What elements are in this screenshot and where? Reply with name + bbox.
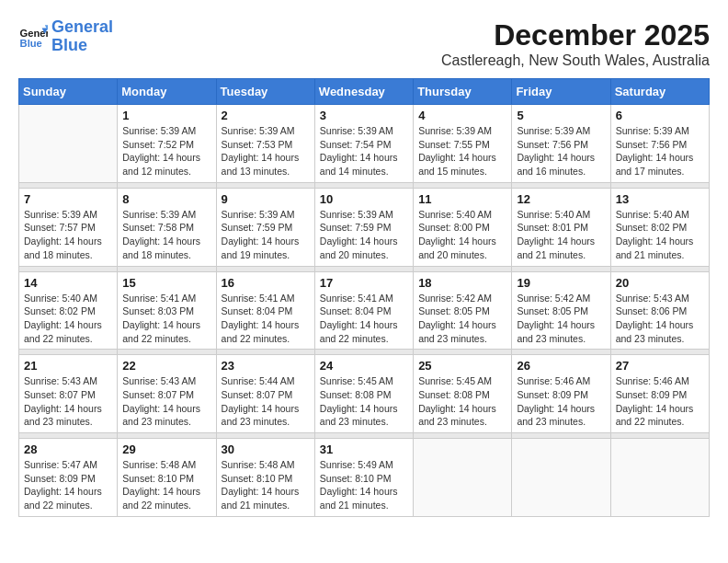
day-number: 11 — [418, 192, 506, 206]
logo-icon: General Blue — [18, 22, 48, 52]
calendar-cell: 10Sunrise: 5:39 AM Sunset: 7:59 PM Dayli… — [314, 188, 413, 266]
day-number: 19 — [517, 276, 605, 290]
logo-subtext: Blue — [51, 37, 113, 55]
day-info: Sunrise: 5:39 AM Sunset: 7:53 PM Dayligh… — [222, 124, 310, 178]
calendar-cell: 27Sunrise: 5:46 AM Sunset: 8:09 PM Dayli… — [610, 355, 709, 433]
calendar-cell: 6Sunrise: 5:39 AM Sunset: 7:56 PM Daylig… — [610, 105, 709, 183]
calendar-cell: 23Sunrise: 5:44 AM Sunset: 8:07 PM Dayli… — [216, 355, 314, 433]
day-number: 24 — [320, 359, 408, 373]
calendar-cell: 2Sunrise: 5:39 AM Sunset: 7:53 PM Daylig… — [216, 105, 314, 183]
day-number: 27 — [616, 359, 704, 373]
calendar-cell: 17Sunrise: 5:41 AM Sunset: 8:04 PM Dayli… — [314, 271, 413, 350]
logo-text: General — [51, 18, 113, 37]
calendar-cell: 3Sunrise: 5:39 AM Sunset: 7:54 PM Daylig… — [314, 105, 413, 183]
day-number: 23 — [222, 359, 310, 373]
day-number: 5 — [517, 109, 605, 122]
day-info: Sunrise: 5:40 AM Sunset: 8:01 PM Dayligh… — [517, 208, 605, 262]
calendar-cell: 18Sunrise: 5:42 AM Sunset: 8:05 PM Dayli… — [414, 271, 512, 350]
day-number: 16 — [222, 276, 310, 290]
day-info: Sunrise: 5:41 AM Sunset: 8:03 PM Dayligh… — [122, 292, 210, 346]
day-info: Sunrise: 5:39 AM Sunset: 7:57 PM Dayligh… — [24, 208, 112, 262]
day-number: 15 — [122, 276, 210, 290]
week-row-4: 21Sunrise: 5:43 AM Sunset: 8:07 PM Dayli… — [19, 355, 710, 433]
calendar-cell: 30Sunrise: 5:48 AM Sunset: 8:10 PM Dayli… — [216, 439, 314, 517]
calendar-cell — [512, 439, 610, 517]
day-info: Sunrise: 5:39 AM Sunset: 7:59 PM Dayligh… — [320, 208, 408, 262]
day-info: Sunrise: 5:44 AM Sunset: 8:07 PM Dayligh… — [222, 374, 310, 429]
day-info: Sunrise: 5:39 AM Sunset: 7:58 PM Dayligh… — [122, 208, 210, 262]
calendar-cell: 11Sunrise: 5:40 AM Sunset: 8:00 PM Dayli… — [414, 188, 512, 266]
day-number: 30 — [222, 442, 310, 456]
day-number: 25 — [418, 359, 506, 373]
day-number: 22 — [122, 359, 210, 373]
page-header: General Blue General Blue December 2025 … — [18, 18, 710, 69]
day-number: 17 — [320, 276, 408, 290]
calendar-cell: 20Sunrise: 5:43 AM Sunset: 8:06 PM Dayli… — [610, 271, 709, 350]
calendar-cell — [19, 105, 118, 183]
calendar-cell: 5Sunrise: 5:39 AM Sunset: 7:56 PM Daylig… — [512, 105, 610, 183]
day-info: Sunrise: 5:45 AM Sunset: 8:08 PM Dayligh… — [320, 374, 408, 429]
day-info: Sunrise: 5:39 AM Sunset: 7:56 PM Dayligh… — [616, 124, 704, 178]
location-subtitle: Castlereagh, New South Wales, Australia — [441, 52, 710, 69]
day-number: 4 — [418, 109, 506, 122]
calendar-cell: 12Sunrise: 5:40 AM Sunset: 8:01 PM Dayli… — [512, 188, 610, 266]
day-info: Sunrise: 5:40 AM Sunset: 8:02 PM Dayligh… — [24, 292, 112, 346]
day-number: 2 — [222, 109, 310, 122]
calendar-cell: 24Sunrise: 5:45 AM Sunset: 8:08 PM Dayli… — [314, 355, 413, 433]
calendar-cell: 8Sunrise: 5:39 AM Sunset: 7:58 PM Daylig… — [118, 188, 216, 266]
day-info: Sunrise: 5:39 AM Sunset: 7:59 PM Dayligh… — [222, 208, 310, 262]
day-number: 6 — [616, 109, 704, 122]
calendar-cell: 16Sunrise: 5:41 AM Sunset: 8:04 PM Dayli… — [216, 271, 314, 350]
calendar-cell — [414, 439, 512, 517]
day-info: Sunrise: 5:43 AM Sunset: 8:07 PM Dayligh… — [122, 374, 210, 429]
day-info: Sunrise: 5:41 AM Sunset: 8:04 PM Dayligh… — [222, 292, 310, 346]
day-number: 21 — [24, 359, 112, 373]
calendar-cell: 4Sunrise: 5:39 AM Sunset: 7:55 PM Daylig… — [414, 105, 512, 183]
day-number: 12 — [517, 192, 605, 206]
calendar-cell: 21Sunrise: 5:43 AM Sunset: 8:07 PM Dayli… — [19, 355, 118, 433]
weekday-header-tuesday: Tuesday — [216, 79, 314, 105]
weekday-header-thursday: Thursday — [414, 79, 512, 105]
day-info: Sunrise: 5:39 AM Sunset: 7:52 PM Dayligh… — [122, 124, 210, 178]
weekday-header-sunday: Sunday — [19, 79, 118, 105]
calendar-cell: 29Sunrise: 5:48 AM Sunset: 8:10 PM Dayli… — [118, 439, 216, 517]
week-row-2: 7Sunrise: 5:39 AM Sunset: 7:57 PM Daylig… — [19, 188, 710, 266]
day-number: 20 — [616, 276, 704, 290]
day-number: 18 — [418, 276, 506, 290]
calendar-cell: 14Sunrise: 5:40 AM Sunset: 8:02 PM Dayli… — [19, 271, 118, 350]
weekday-header-friday: Friday — [512, 79, 610, 105]
day-info: Sunrise: 5:39 AM Sunset: 7:55 PM Dayligh… — [418, 124, 506, 178]
day-number: 26 — [517, 359, 605, 373]
calendar-cell: 22Sunrise: 5:43 AM Sunset: 8:07 PM Dayli… — [118, 355, 216, 433]
svg-text:Blue: Blue — [20, 38, 42, 49]
calendar-cell: 1Sunrise: 5:39 AM Sunset: 7:52 PM Daylig… — [118, 105, 216, 183]
title-area: December 2025 Castlereagh, New South Wal… — [441, 18, 710, 69]
weekday-header-monday: Monday — [118, 79, 216, 105]
day-info: Sunrise: 5:42 AM Sunset: 8:05 PM Dayligh… — [418, 292, 506, 346]
day-info: Sunrise: 5:49 AM Sunset: 8:10 PM Dayligh… — [320, 458, 408, 512]
calendar-cell: 15Sunrise: 5:41 AM Sunset: 8:03 PM Dayli… — [118, 271, 216, 350]
day-number: 8 — [122, 192, 210, 206]
calendar-cell: 25Sunrise: 5:45 AM Sunset: 8:08 PM Dayli… — [414, 355, 512, 433]
day-number: 13 — [616, 192, 704, 206]
day-info: Sunrise: 5:46 AM Sunset: 8:09 PM Dayligh… — [616, 374, 704, 429]
calendar-cell: 9Sunrise: 5:39 AM Sunset: 7:59 PM Daylig… — [216, 188, 314, 266]
day-number: 28 — [24, 442, 112, 456]
day-info: Sunrise: 5:42 AM Sunset: 8:05 PM Dayligh… — [517, 292, 605, 346]
logo: General Blue General Blue — [18, 18, 113, 55]
day-info: Sunrise: 5:48 AM Sunset: 8:10 PM Dayligh… — [222, 458, 310, 512]
day-info: Sunrise: 5:43 AM Sunset: 8:07 PM Dayligh… — [24, 374, 112, 429]
calendar-cell: 7Sunrise: 5:39 AM Sunset: 7:57 PM Daylig… — [19, 188, 118, 266]
day-info: Sunrise: 5:40 AM Sunset: 8:02 PM Dayligh… — [616, 208, 704, 262]
calendar-cell: 26Sunrise: 5:46 AM Sunset: 8:09 PM Dayli… — [512, 355, 610, 433]
calendar-table: SundayMondayTuesdayWednesdayThursdayFrid… — [18, 78, 710, 517]
day-number: 14 — [24, 276, 112, 290]
day-info: Sunrise: 5:43 AM Sunset: 8:06 PM Dayligh… — [616, 292, 704, 346]
day-info: Sunrise: 5:41 AM Sunset: 8:04 PM Dayligh… — [320, 292, 408, 346]
calendar-cell: 19Sunrise: 5:42 AM Sunset: 8:05 PM Dayli… — [512, 271, 610, 350]
weekday-header-saturday: Saturday — [610, 79, 709, 105]
day-number: 10 — [320, 192, 408, 206]
day-info: Sunrise: 5:48 AM Sunset: 8:10 PM Dayligh… — [122, 458, 210, 512]
day-number: 3 — [320, 109, 408, 122]
calendar-cell — [610, 439, 709, 517]
